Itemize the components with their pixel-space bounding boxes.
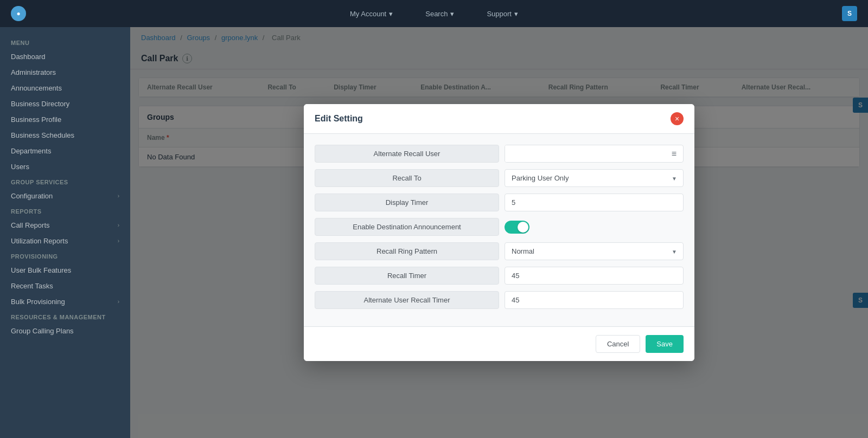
sidebar-item-bulk-provisioning[interactable]: Bulk Provisioning › [0, 294, 130, 310]
sidebar-section-reports: Reports [0, 204, 130, 217]
form-row-display-timer: Display Timer [315, 194, 684, 211]
alternate-recall-user-input[interactable] [505, 145, 665, 162]
sidebar-item-user-bulk-features[interactable]: User Bulk Features [0, 262, 130, 278]
sidebar-item-call-reports[interactable]: Call Reports › [0, 217, 130, 233]
sidebar-item-business-directory[interactable]: Business Directory [0, 96, 130, 112]
search-menu[interactable]: Search ▾ [425, 10, 454, 18]
sidebar-item-administrators[interactable]: Administrators [0, 65, 130, 80]
edit-setting-modal: Edit Setting × Alternate Recall User ≡ [304, 104, 694, 361]
form-row-recall-timer: Recall Timer [315, 267, 684, 285]
label-recall-timer: Recall Timer [315, 267, 499, 285]
modal-header: Edit Setting × [304, 104, 694, 134]
modal-title: Edit Setting [315, 114, 363, 124]
recall-ring-pattern-select-wrapper: Normal Long Long Short Short Long Short … [505, 242, 684, 260]
chevron-right-icon: › [118, 238, 119, 244]
sidebar-item-business-schedules[interactable]: Business Schedules [0, 127, 130, 143]
sidebar: Menu Dashboard Administrators Announceme… [0, 27, 130, 438]
modal-close-button[interactable]: × [671, 112, 684, 125]
sidebar-item-dashboard[interactable]: Dashboard [0, 49, 130, 65]
user-avatar[interactable]: S [842, 6, 857, 21]
chevron-down-icon: ▾ [514, 10, 518, 18]
form-row-alternate-recall-user: Alternate Recall User ≡ [315, 145, 684, 163]
sidebar-item-utilization-reports[interactable]: Utilization Reports › [0, 233, 130, 249]
alternate-recall-user-field[interactable]: ≡ [505, 145, 684, 163]
alternate-user-recall-timer-input[interactable] [505, 291, 684, 309]
sidebar-item-departments[interactable]: Departments [0, 143, 130, 159]
sidebar-section-provisioning: Provisioning [0, 249, 130, 262]
chevron-down-icon: ▾ [389, 10, 393, 18]
form-row-alternate-user-recall-timer: Alternate User Recall Timer [315, 291, 684, 309]
save-button[interactable]: Save [646, 335, 684, 353]
modal-body: Alternate Recall User ≡ Recall To Parkin… [304, 134, 694, 326]
my-account-menu[interactable]: My Account ▾ [350, 10, 393, 18]
sidebar-item-group-calling-plans[interactable]: Group Calling Plans [0, 323, 130, 339]
label-recall-ring-pattern: Recall Ring Pattern [315, 242, 499, 260]
chevron-right-icon: › [118, 299, 119, 305]
cancel-button[interactable]: Cancel [596, 335, 640, 353]
modal-footer: Cancel Save [304, 326, 694, 361]
recall-to-select[interactable]: Parking User Only Last Parked Call First… [505, 169, 684, 187]
sidebar-section-resources: Resources & Management [0, 310, 130, 323]
content-area: Dashboard / Groups / grpone.lynk / Call … [130, 27, 868, 438]
support-menu[interactable]: Support ▾ [487, 10, 518, 18]
enable-destination-toggle-wrapper [505, 221, 684, 234]
top-navigation: ● My Account ▾ Search ▾ Support ▾ S [0, 0, 868, 27]
main-layout: Menu Dashboard Administrators Announceme… [0, 27, 868, 438]
recall-to-select-wrapper: Parking User Only Last Parked Call First… [505, 169, 684, 187]
modal-overlay: Edit Setting × Alternate Recall User ≡ [130, 27, 868, 438]
sidebar-section-menu: Menu [0, 35, 130, 49]
chevron-right-icon: › [118, 193, 119, 199]
label-display-timer: Display Timer [315, 194, 499, 211]
label-enable-destination: Enable Destination Announcement [315, 218, 499, 236]
sidebar-item-configuration[interactable]: Configuration › [0, 188, 130, 204]
recall-ring-pattern-select[interactable]: Normal Long Long Short Short Long Short … [505, 242, 684, 260]
chevron-down-icon: ▾ [450, 10, 454, 18]
label-alternate-recall-user: Alternate Recall User [315, 145, 499, 163]
enable-destination-toggle[interactable] [505, 221, 529, 234]
sidebar-item-announcements[interactable]: Announcements [0, 80, 130, 96]
list-icon[interactable]: ≡ [665, 149, 683, 159]
form-row-recall-to: Recall To Parking User Only Last Parked … [315, 169, 684, 187]
sidebar-item-users[interactable]: Users [0, 159, 130, 175]
form-row-recall-ring-pattern: Recall Ring Pattern Normal Long Long Sho… [315, 242, 684, 260]
nav-center: My Account ▾ Search ▾ Support ▾ [350, 10, 518, 18]
chevron-right-icon: › [118, 222, 119, 228]
recall-timer-input[interactable] [505, 267, 684, 285]
label-recall-to: Recall To [315, 169, 499, 187]
app-logo: ● [11, 6, 26, 21]
display-timer-input[interactable] [505, 194, 684, 211]
label-alternate-user-recall-timer: Alternate User Recall Timer [315, 291, 499, 309]
sidebar-section-group-services: Group Services [0, 175, 130, 188]
sidebar-item-recent-tasks[interactable]: Recent Tasks [0, 278, 130, 294]
form-row-enable-destination: Enable Destination Announcement [315, 218, 684, 236]
sidebar-item-business-profile[interactable]: Business Profile [0, 112, 130, 127]
